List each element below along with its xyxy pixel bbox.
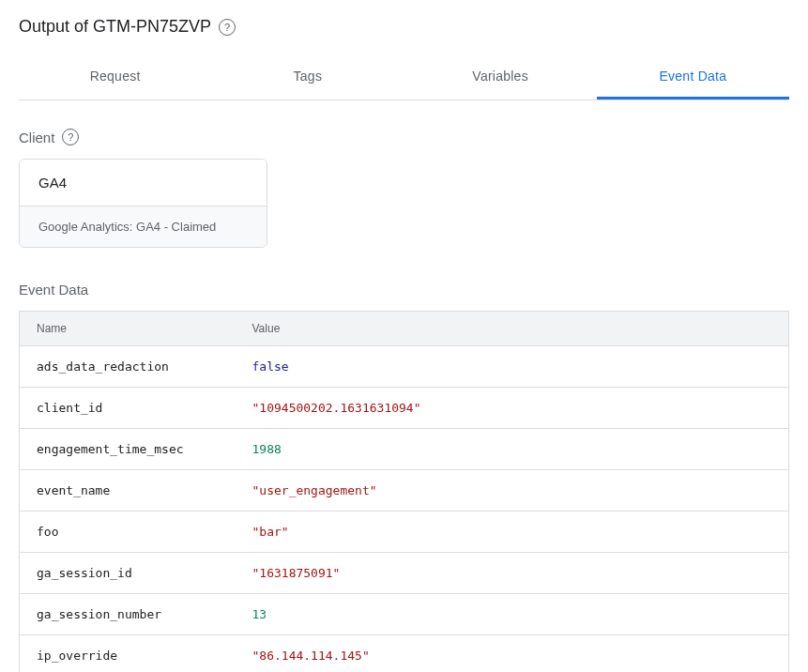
event-name-cell: ga_session_number [20, 594, 236, 635]
event-data-section-label: Event Data [19, 282, 789, 298]
event-name-cell: engagement_time_msec [20, 429, 236, 470]
client-card[interactable]: GA4 Google Analytics: GA4 - Claimed [19, 159, 267, 248]
client-name: GA4 [20, 160, 267, 206]
page-title: Output of GTM-PN75ZVP [19, 17, 211, 37]
table-row[interactable]: ads_data_redactionfalse [20, 346, 789, 388]
tabs-bar: RequestTagsVariablesEvent Data [19, 55, 789, 100]
column-header-value[interactable]: Value [236, 312, 789, 346]
page-title-row: Output of GTM-PN75ZVP ? [19, 17, 789, 37]
table-row[interactable]: ga_session_id"1631875091" [20, 553, 789, 594]
event-value-cell: 13 [236, 594, 789, 635]
event-name-cell: client_id [20, 388, 236, 429]
table-row[interactable]: ga_session_number13 [20, 594, 789, 635]
event-name-cell: event_name [20, 470, 236, 512]
help-icon[interactable]: ? [62, 129, 79, 145]
tab-variables[interactable]: Variables [404, 55, 597, 99]
event-name-cell: foo [20, 512, 236, 553]
event-name-cell: ip_override [20, 635, 236, 673]
event-value-cell: false [236, 346, 789, 388]
table-row[interactable]: client_id"1094500202.1631631094" [20, 388, 789, 429]
event-data-table: Name Value ads_data_redactionfalseclient… [19, 311, 789, 672]
table-row[interactable]: foo"bar" [20, 512, 789, 553]
event-name-cell: ads_data_redaction [20, 346, 236, 388]
event-value-cell: "1631875091" [236, 553, 789, 594]
column-header-name[interactable]: Name [20, 312, 236, 346]
help-icon[interactable]: ? [219, 19, 236, 36]
tab-event-data[interactable]: Event Data [597, 55, 789, 99]
event-value-cell: 1988 [236, 429, 789, 470]
table-row[interactable]: engagement_time_msec1988 [20, 429, 789, 470]
client-description: Google Analytics: GA4 - Claimed [20, 206, 267, 247]
client-section-label: Client [19, 130, 54, 145]
event-name-cell: ga_session_id [20, 553, 236, 594]
event-value-cell: "86.144.114.145" [236, 635, 789, 673]
event-value-cell: "bar" [236, 512, 789, 553]
table-row[interactable]: event_name"user_engagement" [20, 470, 789, 512]
client-section-header: Client ? [19, 129, 789, 145]
event-value-cell: "user_engagement" [236, 470, 789, 512]
tab-tags[interactable]: Tags [211, 55, 404, 99]
tab-request[interactable]: Request [19, 55, 211, 99]
table-row[interactable]: ip_override"86.144.114.145" [20, 635, 789, 673]
event-value-cell: "1094500202.1631631094" [236, 388, 789, 429]
